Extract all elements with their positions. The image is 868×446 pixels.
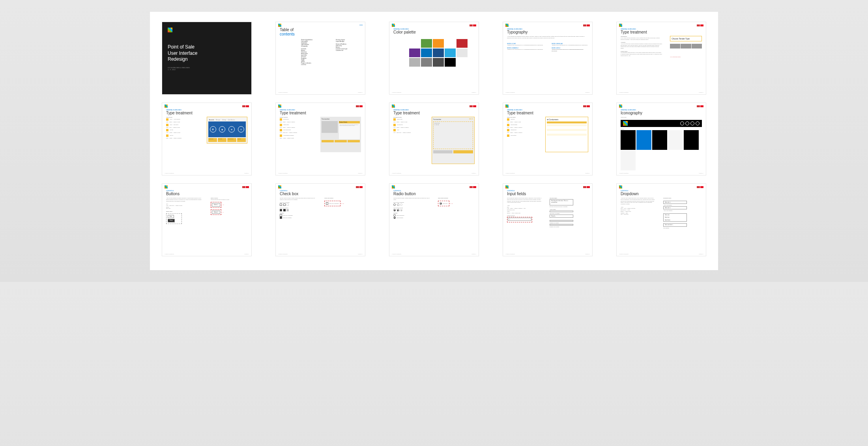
slide-title: Table ofcontents <box>276 28 365 38</box>
slide-type-treatment-4[interactable]: GENERAL GUIDELINES Type treatment Transa… <box>389 103 479 175</box>
slide-title: Buttons <box>162 192 251 198</box>
swatch <box>409 39 420 48</box>
input-search: Search... <box>550 215 573 218</box>
cover-title: Point of Sale User Interface Redesign <box>168 44 246 63</box>
slide-title: Input fields <box>503 192 592 198</box>
ms-logo-icon <box>619 105 622 108</box>
presentation-canvas: Point of Sale User Interface Redesign UX… <box>150 12 718 270</box>
ms-logo-icon <box>392 185 395 188</box>
ms-logo-icon <box>619 24 622 27</box>
slide-title: Iconography <box>617 111 706 117</box>
settings-icon <box>696 121 700 125</box>
app-bar-sample <box>621 120 702 127</box>
color-swatch-grid <box>409 39 479 67</box>
ms-logo-icon <box>392 105 395 108</box>
slide-title: Typography <box>503 30 592 36</box>
tile-icon: ◉ <box>219 126 225 132</box>
slide-type-treatment-5[interactable]: GENERAL GUIDELINES Type treatment Search… <box>503 103 593 175</box>
cover-subtitle: UX GUIDELINES & REDLINES 1 . 9 . 2012 <box>168 67 246 71</box>
slide-title: Type treatment <box>617 30 706 36</box>
slide-checkbox[interactable]: CONTROLS Check box Use this control to d… <box>275 183 365 256</box>
icon-sheet <box>617 130 706 170</box>
input-rest <box>550 211 573 212</box>
ms-logo-icon <box>278 185 281 188</box>
ms-logo-icon <box>165 185 168 188</box>
slide-cover[interactable]: Point of Sale User Interface Redesign UX… <box>162 22 252 95</box>
dropdown-open: Item one Item two Item three <box>663 213 687 222</box>
toc-col-2: Screens layout Layout Manager General Re… <box>334 39 361 51</box>
slide-type-treatment-2[interactable]: GENERAL GUIDELINES Type treatment Home s… <box>162 103 252 175</box>
slide-type-treatment-3[interactable]: GENERAL GUIDELINES Type treatment Genera… <box>275 103 365 175</box>
slide-grid: Point of Sale User Interface Redesign UX… <box>162 22 706 256</box>
slide-buttons[interactable]: CONTROLS Buttons Allow for space between… <box>162 183 252 256</box>
ms-logo-icon <box>619 185 622 188</box>
btn-press: Press <box>168 219 175 222</box>
slide-title: Check box <box>276 192 365 198</box>
slide-toc[interactable]: 02/24 Table ofcontents General guideline… <box>275 22 365 95</box>
home-icon <box>680 121 684 125</box>
sample-dialog: Choose Tender Type <box>670 36 702 41</box>
slide-title: Type treatment <box>162 111 251 117</box>
ms-logo-icon <box>278 105 281 108</box>
slide-dropdown[interactable]: CONTROLS Dropdown Allows the user to sel… <box>616 183 706 256</box>
slide-color-palette[interactable]: GENERAL GUIDELINES Color palette Microso… <box>389 22 479 95</box>
checkbox-icon <box>280 203 282 206</box>
slide-title: Dropdown <box>617 192 706 198</box>
slide-title: Color palette <box>389 30 479 36</box>
dropdown-closed: Item one ▾ <box>663 201 687 204</box>
ms-logo-icon <box>505 24 509 27</box>
ms-logo-icon <box>168 28 172 32</box>
ms-logo-icon <box>278 24 281 27</box>
radio-icon <box>393 203 396 206</box>
slide-radio[interactable]: CONTROLS Radio button Use this control t… <box>389 183 479 256</box>
slide-number: 02/24 <box>359 24 363 26</box>
slide-typography[interactable]: GENERAL GUIDELINES Typography All type e… <box>503 22 593 95</box>
slide-title: Type treatment <box>276 111 365 117</box>
slide-iconography[interactable]: GENERAL GUIDELINES Iconography Home scre… <box>616 103 706 175</box>
slide-title: Radio button <box>389 192 479 198</box>
radio-checked-icon <box>393 209 396 211</box>
tile-icon: ⊙ <box>238 126 244 132</box>
btn-rest: Rest <box>168 215 174 218</box>
slide-title: Type treatment <box>389 111 479 117</box>
slide-type-treatment-1[interactable]: GENERAL GUIDELINES Type treatment Capita… <box>616 22 706 95</box>
toc-col-1: General guidelines Color palette Typogra… <box>299 39 326 65</box>
slide-input[interactable]: CONTROLS Input fields This includes the … <box>503 183 593 256</box>
tile-icon: ⊕ <box>228 126 235 132</box>
ms-logo-icon <box>505 185 509 188</box>
checkbox-checked-icon <box>280 209 282 211</box>
tile-icon: ⦿ <box>210 126 216 132</box>
ms-logo-icon <box>165 105 168 108</box>
textarea-sample: First line of a text area. This is a sec… <box>550 199 573 205</box>
table-title: ⊕ Customers <box>547 118 587 121</box>
slide-title: Type treatment <box>503 111 592 117</box>
list-icon <box>690 121 694 125</box>
typography-intro: All type elements are presented using th… <box>503 36 592 39</box>
ms-logo-icon <box>505 105 509 108</box>
ms-logo-icon <box>392 24 395 27</box>
tile-panel: ⦿ ◉ ⊕ ⊙ <box>208 121 246 137</box>
money-icon <box>685 121 689 125</box>
